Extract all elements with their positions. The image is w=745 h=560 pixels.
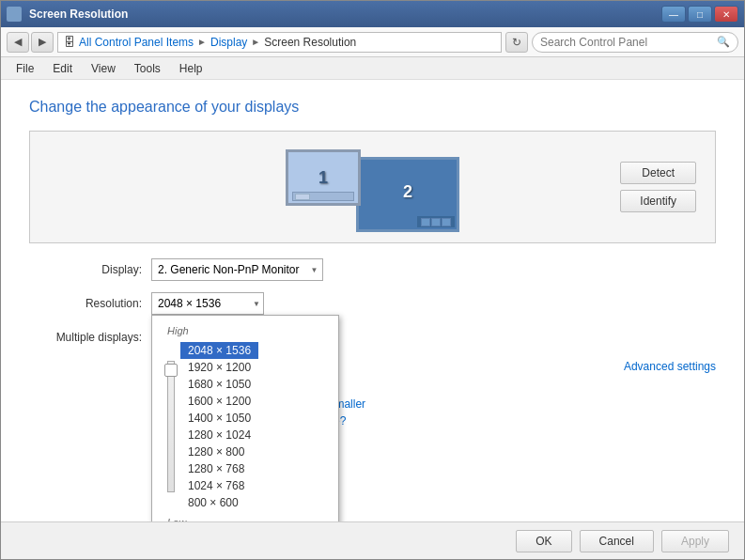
cancel-button[interactable]: Cancel xyxy=(580,530,654,552)
display-select-wrapper: 2. Generic Non-PnP Monitor ▼ xyxy=(151,258,323,281)
path-part-2[interactable]: Display xyxy=(210,36,247,49)
bottom-bar: OK Cancel Apply xyxy=(1,521,744,559)
ok-button[interactable]: OK xyxy=(516,530,571,552)
resolution-slider-thumb[interactable] xyxy=(164,364,178,377)
low-label: Low xyxy=(152,515,338,521)
monitor-2-taskbar xyxy=(417,216,455,227)
resolution-option-3[interactable]: 1600 × 1200 xyxy=(180,393,258,410)
multiple-displays-row: Multiple displays: ▼ xyxy=(29,326,716,349)
display-row: Display: 2. Generic Non-PnP Monitor ▼ xyxy=(29,258,716,281)
path-arrow-2: ► xyxy=(251,37,260,47)
main-window: Screen Resolution — □ ✕ ◀ ▶ 🗄 All Contro… xyxy=(0,0,745,560)
address-bar: ◀ ▶ 🗄 All Control Panel Items ► Display … xyxy=(1,27,744,57)
window-icon xyxy=(7,7,22,22)
taskbar-icon-2 xyxy=(431,218,441,226)
slider-area: 2048 × 15361920 × 12001680 × 10501600 × … xyxy=(152,338,338,515)
resolution-dropdown[interactable]: High 2048 × 15361920 × 12001680 × 105016… xyxy=(151,315,339,521)
resolution-option-0[interactable]: 2048 × 1536 xyxy=(180,342,258,359)
close-button[interactable]: ✕ xyxy=(714,6,738,23)
resolution-option-4[interactable]: 1400 × 1050 xyxy=(180,410,258,427)
monitor-1-number: 1 xyxy=(318,168,328,188)
address-path[interactable]: 🗄 All Control Panel Items ► Display ► Sc… xyxy=(57,32,502,53)
title-bar-buttons: — □ ✕ xyxy=(661,6,738,23)
search-box[interactable]: 🔍 xyxy=(532,32,738,53)
path-arrow-1: ► xyxy=(197,37,207,47)
resolution-option-7[interactable]: 1280 × 768 xyxy=(180,460,258,477)
monitor-2-number: 2 xyxy=(403,182,412,202)
main-content: Change the appearance of your displays 1… xyxy=(1,80,744,521)
forward-button[interactable]: ▶ xyxy=(31,32,54,53)
path-icon: 🗄 xyxy=(64,36,75,49)
menu-edit[interactable]: Edit xyxy=(45,60,80,77)
maximize-button[interactable]: □ xyxy=(688,6,712,23)
resolution-slider-track[interactable] xyxy=(167,361,175,492)
window-title: Screen Resolution xyxy=(29,8,658,21)
multiple-displays-label: Multiple displays: xyxy=(29,331,151,344)
page-title: Change the appearance of your displays xyxy=(29,99,716,116)
resolution-label: Resolution: xyxy=(29,297,151,310)
apply-button[interactable]: Apply xyxy=(661,530,729,552)
menu-view[interactable]: View xyxy=(84,60,123,77)
resolution-row: Resolution: 2048 × 1536 ▼ High 2048 × 15… xyxy=(29,292,716,315)
monitor-buttons: Detect Identify xyxy=(620,162,696,212)
taskbar-icon-1 xyxy=(421,218,430,226)
monitor-area: 1 2 De xyxy=(29,131,716,243)
display-select[interactable]: 2. Generic Non-PnP Monitor ▼ xyxy=(151,258,323,281)
resolution-option-5[interactable]: 1280 × 1024 xyxy=(180,427,258,443)
menu-file[interactable]: File xyxy=(8,60,41,77)
path-part-3: Screen Resolution xyxy=(264,36,356,49)
resolution-options-list: 2048 × 15361920 × 12001680 × 10501600 × … xyxy=(180,342,258,511)
display-value: 2. Generic Non-PnP Monitor xyxy=(158,263,300,276)
advanced-settings-link[interactable]: Advanced settings xyxy=(624,360,716,373)
resolution-option-2[interactable]: 1680 × 1050 xyxy=(180,376,258,393)
monitors-container: 1 2 xyxy=(286,149,459,225)
menu-tools[interactable]: Tools xyxy=(127,60,168,77)
display-select-arrow: ▼ xyxy=(311,266,318,274)
monitor-1-taskbar xyxy=(292,192,354,201)
title-bar: Screen Resolution — □ ✕ xyxy=(1,1,744,27)
search-icon: 🔍 xyxy=(717,36,730,48)
taskbar-icon-3 xyxy=(442,218,451,226)
high-label: High xyxy=(152,323,338,338)
detect-button[interactable]: Detect xyxy=(620,162,696,184)
search-input[interactable] xyxy=(540,36,713,49)
resolution-select[interactable]: 2048 × 1536 ▼ xyxy=(151,292,264,315)
menu-bar: File Edit View Tools Help xyxy=(1,57,744,80)
resolution-arrow: ▼ xyxy=(253,300,260,308)
back-button[interactable]: ◀ xyxy=(7,32,29,53)
resolution-option-8[interactable]: 1024 × 768 xyxy=(180,477,258,494)
path-part-1[interactable]: All Control Panel Items xyxy=(79,36,194,49)
nav-buttons: ◀ ▶ xyxy=(7,32,54,53)
resolution-option-9[interactable]: 800 × 600 xyxy=(180,494,258,511)
monitor-1[interactable]: 1 xyxy=(286,149,361,206)
identify-button[interactable]: Identify xyxy=(620,190,696,212)
resolution-option-6[interactable]: 1280 × 800 xyxy=(180,443,258,460)
refresh-button[interactable]: ↻ xyxy=(505,32,528,53)
taskbar-item xyxy=(295,194,310,200)
resolution-option-1[interactable]: 1920 × 1200 xyxy=(180,359,258,376)
display-label: Display: xyxy=(29,263,151,276)
menu-help[interactable]: Help xyxy=(172,60,210,77)
monitor-2[interactable]: 2 xyxy=(356,157,459,232)
minimize-button[interactable]: — xyxy=(661,6,686,23)
resolution-value: 2048 × 1536 xyxy=(158,297,221,310)
resolution-wrapper: 2048 × 1536 ▼ High 2048 × 15361920 × 120… xyxy=(151,292,264,315)
